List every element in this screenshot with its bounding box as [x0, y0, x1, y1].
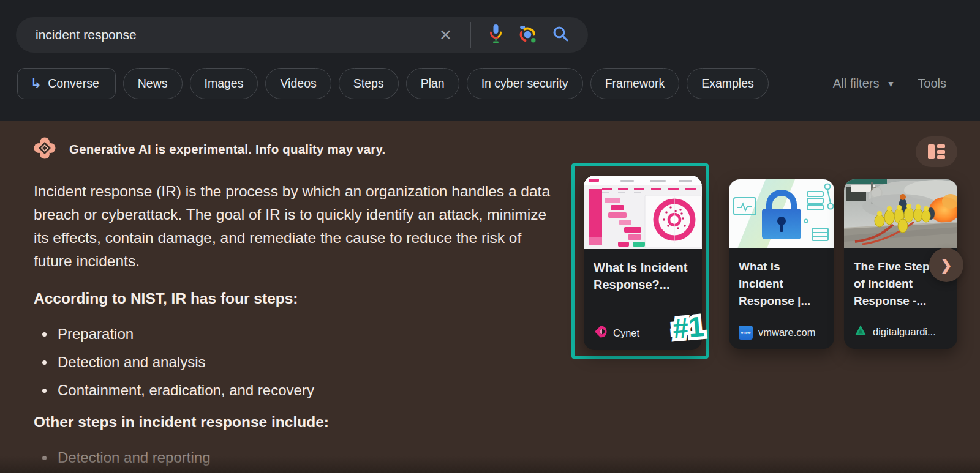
card-source-row: Cynet — [594, 325, 639, 341]
cynet-dashboard-image — [584, 176, 702, 249]
digitalguardian-logo-icon — [854, 324, 867, 340]
chip-label: News — [138, 76, 168, 91]
chip-label: Plan — [421, 76, 445, 91]
notice-quality: Info quality may vary. — [255, 142, 386, 156]
chip-images[interactable]: Images — [190, 68, 258, 99]
chip-steps[interactable]: Steps — [339, 68, 399, 99]
answer-paragraph: Incident response (IR) is the process by… — [34, 180, 556, 273]
carousel-next-button[interactable]: ❯ — [929, 248, 963, 282]
cynet-logo-icon — [594, 325, 608, 341]
chip-label: Videos — [280, 76, 316, 91]
chip-videos[interactable]: Videos — [265, 68, 331, 99]
chip-examples[interactable]: Examples — [687, 68, 769, 99]
bullet-icon — [42, 332, 47, 337]
voice-search-button[interactable] — [488, 23, 503, 47]
tools-button[interactable]: Tools — [918, 76, 946, 91]
chip-framework[interactable]: Framework — [590, 68, 680, 99]
chip-in-cyber-security[interactable]: In cyber security — [467, 68, 583, 99]
sge-sparkle-icon — [34, 137, 56, 162]
clear-icon[interactable]: ✕ — [438, 28, 453, 43]
firefighters-photo-image — [844, 179, 957, 248]
google-sge-results-page: { "search": { "query": "incident respons… — [0, 0, 980, 473]
ai-experimental-notice: Generative AI is experimental. Info qual… — [69, 142, 386, 157]
card-source-row: vmw vmware.com — [739, 326, 816, 340]
card-title: What Is Incident Response?... — [584, 249, 702, 293]
list-item: Preparation — [34, 327, 556, 341]
card-title: What is Incident Response |... — [729, 248, 834, 310]
card-source: Cynet — [613, 327, 639, 339]
filters-divider — [906, 70, 907, 98]
list-item-text: Detection and analysis — [58, 355, 205, 370]
search-input[interactable]: incident response — [36, 28, 438, 42]
chip-plan[interactable]: Plan — [406, 68, 459, 99]
other-steps-heading: Other steps in incident response include… — [34, 413, 556, 431]
chip-converse[interactable]: ↳ Converse — [17, 68, 116, 99]
search-header: incident response ✕ — [0, 0, 980, 121]
nist-heading: According to NIST, IR has four steps: — [34, 289, 556, 308]
card-source: digitalguardi... — [873, 326, 936, 338]
bullet-icon — [42, 389, 47, 393]
converse-arrow-icon: ↳ — [30, 76, 42, 91]
chevron-down-icon: ▼ — [886, 79, 895, 89]
chip-news[interactable]: News — [123, 68, 183, 99]
bullet-icon — [42, 360, 47, 365]
chip-label: Images — [205, 76, 244, 91]
microphone-icon — [488, 23, 503, 47]
search-icon — [552, 25, 570, 45]
search-bar-divider — [470, 22, 471, 48]
list-item-text: Containment, eradication, and recovery — [58, 383, 314, 398]
image-card-vmware[interactable]: What is Incident Response |... vmw vmwar… — [729, 179, 834, 349]
list-item-text: Preparation — [58, 327, 134, 341]
card-source: vmware.com — [758, 327, 816, 338]
notice-bold: Generative AI is experimental. — [69, 142, 252, 156]
list-item-text: Detection and reporting — [58, 450, 211, 465]
image-card-cynet[interactable]: What Is Incident Response?... Cynet — [584, 176, 702, 350]
ai-notice-row: Generative AI is experimental. Info qual… — [34, 137, 386, 162]
filter-chips-row: ↳ Converse News Images Videos Steps Plan… — [17, 68, 769, 99]
all-filters-label: All filters — [833, 76, 880, 91]
chip-label: Converse — [48, 76, 99, 91]
list-item: Detection and analysis — [34, 355, 556, 370]
list-item: Detection and reporting — [34, 450, 556, 465]
nist-steps-list: Preparation Detection and analysis Conta… — [34, 327, 556, 398]
bullet-icon — [42, 456, 47, 460]
search-bar[interactable]: incident response ✕ — [16, 17, 588, 53]
layout-grid-icon — [928, 144, 945, 159]
sge-ai-section: Generative AI is experimental. Info qual… — [0, 121, 980, 473]
ai-answer: Incident response (IR) is the process by… — [34, 180, 556, 473]
google-lens-icon — [518, 24, 537, 46]
lens-search-button[interactable] — [518, 24, 537, 46]
search-bar-actions: ✕ — [438, 22, 570, 48]
chip-label: Steps — [353, 76, 384, 91]
lock-illustration-image — [729, 179, 834, 248]
card-source-row: digitalguardi... — [854, 324, 936, 340]
chip-label: In cyber security — [481, 76, 568, 91]
list-item: Containment, eradication, and recovery — [34, 383, 556, 398]
chip-label: Framework — [605, 76, 665, 91]
chip-label: Examples — [701, 76, 754, 91]
grid-view-button[interactable] — [916, 136, 957, 167]
search-submit-button[interactable] — [552, 25, 570, 45]
other-steps-list: Detection and reporting Triage and analy… — [34, 450, 556, 473]
filters-tools-group: All filters ▼ Tools — [833, 68, 946, 99]
chevron-right-icon: ❯ — [940, 258, 952, 272]
vmware-favicon-icon: vmw — [739, 326, 753, 340]
all-filters-button[interactable]: All filters ▼ — [833, 76, 895, 91]
